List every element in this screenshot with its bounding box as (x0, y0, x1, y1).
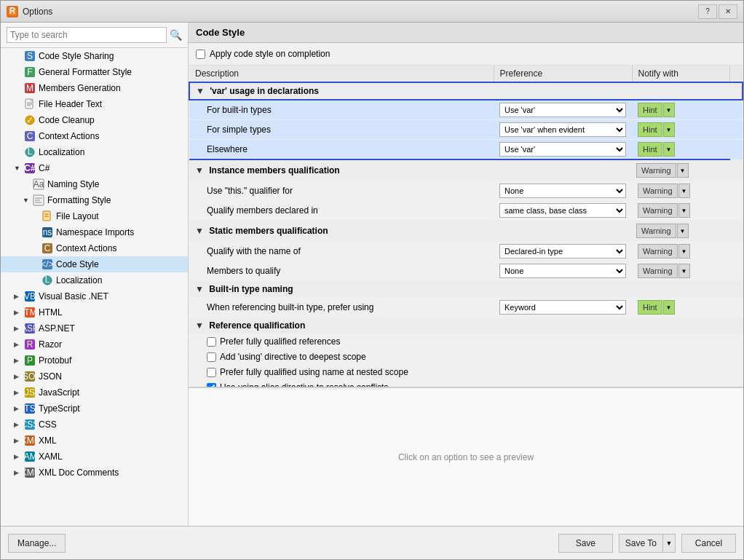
warning-button[interactable]: Warning (638, 244, 678, 259)
pref-select[interactable]: None (499, 264, 626, 278)
row-pref-cell: Declared-in type (494, 242, 632, 261)
warning-button[interactable]: Warning (638, 184, 678, 198)
sidebar-label: Formatting Style (47, 195, 111, 205)
ref-qual-checkbox-3[interactable] (207, 368, 216, 377)
warning-dropdown-button[interactable]: ▼ (678, 203, 690, 218)
ref-qual-checkbox-2[interactable] (207, 352, 216, 362)
sidebar-item-context-actions[interactable]: C Context Actions (1, 128, 188, 144)
sidebar-label: Naming Style (47, 179, 99, 189)
sidebar-label: ASP.NET (39, 323, 75, 334)
sidebar-label: JSON (39, 371, 62, 382)
ref-qual-checkbox-1[interactable] (207, 337, 216, 347)
help-button[interactable]: ? (698, 4, 717, 19)
pref-select[interactable]: Use 'var' when evident (499, 122, 626, 137)
sidebar-item-localization-cs[interactable]: L Localization (1, 272, 188, 288)
sidebar-item-css[interactable]: ▶ CSS CSS (1, 417, 188, 433)
icon-proto: P (24, 355, 36, 366)
pref-select[interactable]: Keyword (499, 300, 626, 315)
pref-select[interactable]: None (499, 184, 626, 198)
pref-select[interactable]: Declared-in type (499, 244, 626, 259)
row-pref-cell: None (494, 261, 632, 281)
sidebar-item-typescript[interactable]: ▶ TS TypeScript (1, 401, 188, 417)
window-title: Options (23, 7, 698, 17)
sidebar-item-members-generation[interactable]: M Members Generation (1, 80, 188, 96)
apply-label: Apply code style on completion (210, 49, 330, 59)
sidebar-item-xaml[interactable]: ▶ XAML XAML (1, 449, 188, 465)
sidebar-item-razor[interactable]: ▶ R Razor (1, 336, 188, 352)
section-title: Built-in type naming (209, 284, 293, 294)
sidebar-item-formatting-style[interactable]: ▼ Formatting Style (1, 192, 188, 208)
pref-select[interactable]: Use 'var' (499, 103, 626, 117)
hint-button[interactable]: Hint (638, 122, 662, 137)
row-label: Members to qualify (189, 261, 494, 281)
hint-dropdown-button[interactable]: ▼ (663, 122, 675, 137)
tree: S Code Style Sharing F General Formatter… (1, 48, 188, 526)
warning-button[interactable]: Warning (638, 264, 678, 278)
cancel-button[interactable]: Cancel (681, 534, 736, 553)
svg-text:HTML: HTML (24, 307, 36, 318)
sidebar-item-localization[interactable]: L Localization (1, 144, 188, 160)
row-pref-cell: None (494, 181, 632, 201)
section-expand-icon: ▼ (195, 226, 204, 236)
hint-dropdown-button[interactable]: ▼ (663, 103, 675, 117)
sidebar-item-naming-style[interactable]: Aa Naming Style (1, 176, 188, 192)
sidebar-label: Razor (39, 339, 62, 350)
sidebar-item-code-style-sharing[interactable]: S Code Style Sharing (1, 48, 188, 64)
sidebar-item-general-formatter[interactable]: F General Formatter Style (1, 64, 188, 80)
apply-row: Apply code style on completion (189, 43, 743, 66)
hint-button[interactable]: Hint (638, 103, 662, 117)
warning-dropdown-button[interactable]: ▼ (678, 184, 690, 198)
row-label: Use "this." qualifier for (189, 181, 494, 201)
icon-localization: L (24, 146, 36, 158)
row-pref-cell: Keyword (494, 298, 632, 318)
col-description: Description (189, 66, 494, 82)
row-notify-cell: Warning ▼ (632, 261, 730, 281)
icon-css: CSS (24, 419, 36, 430)
sidebar-item-json[interactable]: ▶ JSON JSON (1, 368, 188, 384)
sidebar-item-html[interactable]: ▶ HTML HTML (1, 304, 188, 320)
sidebar-item-file-layout[interactable]: File Layout (1, 208, 188, 224)
table-row: Add 'using' directive to deepest scope (189, 350, 743, 365)
icon-html: HTML (24, 307, 36, 318)
warning-dropdown-button[interactable]: ▼ (677, 224, 689, 238)
pref-select[interactable]: Use 'var' (499, 142, 626, 157)
warning-button[interactable]: Warning (638, 203, 678, 218)
save-button[interactable]: Save (558, 534, 613, 553)
sidebar-item-context-actions-cs[interactable]: C Context Actions (1, 240, 188, 256)
table-row: Qualify members declared in same class, … (189, 201, 743, 221)
sidebar-item-xml[interactable]: ▶ XML XML (1, 433, 188, 449)
row-notify-cell (632, 380, 730, 388)
sidebar-item-aspnet[interactable]: ▶ ASP ASP.NET (1, 320, 188, 336)
sidebar-item-code-cleanup[interactable]: ✓ Code Cleanup (1, 112, 188, 128)
warning-dropdown-button[interactable]: ▼ (677, 163, 689, 178)
sidebar-item-xml-doc-comments[interactable]: ▶ XML XML Doc Comments (1, 465, 188, 481)
svg-text:XML: XML (24, 435, 36, 446)
pref-select[interactable]: same class, base class (499, 203, 626, 218)
col-notify-with: Notify with (632, 66, 730, 82)
manage-button[interactable]: Manage... (8, 534, 66, 553)
hint-button[interactable]: Hint (638, 300, 662, 315)
warning-dropdown-button[interactable]: ▼ (678, 264, 690, 278)
warning-dropdown-button[interactable]: ▼ (678, 244, 690, 259)
warning-button[interactable]: Warning (636, 163, 676, 178)
search-input[interactable] (7, 27, 167, 43)
sidebar-item-code-style[interactable]: </> Code Style (1, 256, 188, 272)
sidebar-item-protobuf[interactable]: ▶ P Protobuf (1, 352, 188, 368)
save-to-button[interactable]: Save To (619, 534, 662, 553)
apply-checkbox[interactable] (196, 50, 205, 59)
sidebar-item-cs[interactable]: ▼ C# C# (1, 160, 188, 176)
sidebar-item-vb[interactable]: ▶ VB Visual Basic .NET (1, 288, 188, 304)
options-window: R Options ? ✕ 🔍 S Code Style Sharing (0, 0, 744, 560)
hint-dropdown-button[interactable]: ▼ (663, 142, 675, 157)
save-to-dropdown-button[interactable]: ▼ (662, 534, 676, 553)
icon-formatting (33, 194, 44, 206)
sidebar-item-namespace-imports[interactable]: ns Namespace Imports (1, 224, 188, 240)
hint-button[interactable]: Hint (638, 142, 662, 157)
sidebar-item-file-header[interactable]: File Header Text (1, 96, 188, 112)
row-notify-cell (632, 334, 730, 350)
close-button[interactable]: ✕ (719, 4, 737, 19)
sidebar-item-javascript[interactable]: ▶ JS JavaScript (1, 384, 188, 401)
svg-text:VB: VB (24, 291, 36, 301)
hint-dropdown-button[interactable]: ▼ (663, 300, 675, 315)
warning-button[interactable]: Warning (636, 224, 676, 238)
